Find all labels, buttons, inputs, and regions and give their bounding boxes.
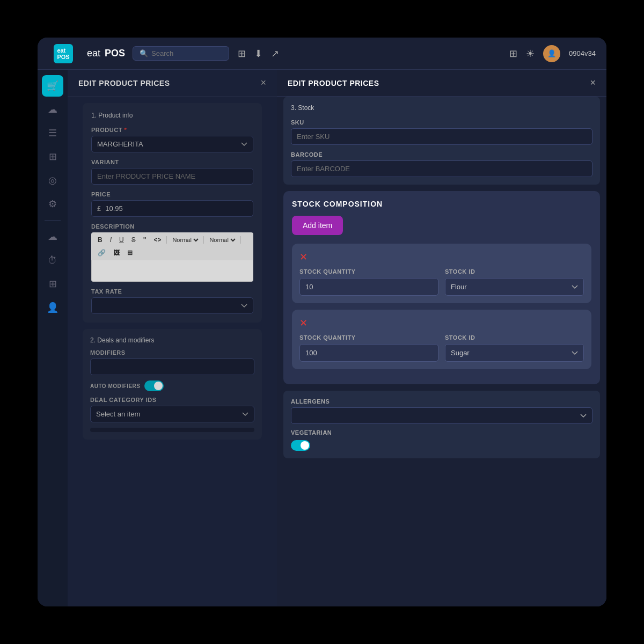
stock-fields-row-1: STOCK QUANTITY STOCK ID Flour Sugar Wate… (299, 268, 584, 296)
stock-id-label-1: STOCK ID (445, 268, 584, 275)
link-btn[interactable]: 🔗 (96, 248, 108, 258)
download-icon[interactable]: ⬇ (254, 48, 262, 60)
sidebar-item-clock[interactable]: ⏱ (42, 250, 63, 271)
user-id: 0904v34 (569, 49, 596, 57)
tax-rate-label: TAX RATE (91, 288, 253, 295)
stock-fields-row-2: STOCK QUANTITY STOCK ID Flour Sugar Wate… (299, 334, 584, 362)
sidebar-item-grid[interactable]: ⊞ (42, 146, 63, 167)
modal-header: EDIT PRODUCT PRICES × (68, 70, 277, 97)
variant-input[interactable] (91, 168, 253, 185)
bold-btn[interactable]: B (96, 235, 105, 245)
grid-icon[interactable]: ⊞ (509, 48, 517, 60)
description-label: DESCRIPTION (91, 223, 253, 230)
quote-btn[interactable]: " (141, 235, 149, 245)
sidebar-item-user[interactable]: 👤 (42, 297, 63, 318)
section1-title: 1. Product info (91, 112, 253, 119)
section-deals: 2. Deals and modifiers MODIFIERS AUTO MO… (83, 329, 262, 440)
tax-rate-select[interactable] (91, 297, 253, 314)
toolbar-sep2 (203, 236, 204, 244)
barcode-input[interactable] (291, 160, 592, 177)
search-bar[interactable]: 🔍 (133, 46, 229, 61)
table-icon[interactable]: ⊞ (238, 48, 246, 60)
header-right: ⊞ ☀ 👤 0904v34 (509, 45, 596, 62)
editor-body[interactable] (91, 260, 253, 282)
price-row: £ 10.95 (91, 200, 253, 217)
stock-composition-panel: STOCK COMPOSITION Add item ✕ STOCK QUANT… (283, 191, 600, 384)
search-input[interactable] (151, 49, 222, 57)
allergens-section: ALLERGENS VEGETARIAN (283, 391, 600, 458)
modal-title: EDIT PRODUCT PRICES (78, 79, 170, 87)
edit-modal: EDIT PRODUCT PRICES × 1. Product info PR… (68, 70, 606, 606)
table-btn[interactable]: ⊞ (125, 248, 135, 258)
stock-quantity-field-1: STOCK QUANTITY (299, 268, 438, 296)
toolbar-sep1 (166, 236, 167, 244)
barcode-label: BARCODE (291, 151, 592, 158)
vegetarian-label: VEGETARIAN (291, 429, 332, 436)
italic-btn[interactable]: I (108, 235, 114, 245)
stock-quantity-input-2[interactable] (299, 344, 438, 362)
right-modal-header: EDIT PRODUCT PRICES × (277, 70, 606, 97)
price-value: 10.95 (105, 204, 123, 213)
size-select[interactable]: Normal (207, 236, 237, 244)
theme-icon[interactable]: ☀ (526, 48, 535, 60)
stock-quantity-field-2: STOCK QUANTITY (299, 334, 438, 362)
sidebar-item-cloud[interactable]: ☁ (42, 99, 63, 120)
product-select[interactable]: MARGHERITA (91, 136, 253, 152)
section-product-info: 1. Product info PRODUCT * MARGHERITA VAR… (83, 103, 262, 323)
sku-input[interactable] (291, 128, 592, 145)
sidebar-item-grid2[interactable]: ⊞ (42, 273, 63, 295)
stock-id-select-1[interactable]: Flour Sugar Water Salt (445, 278, 584, 296)
editor-toolbar: B I U S " <> Normal Normal (91, 232, 253, 260)
section3-title: 3. Stock (291, 104, 592, 112)
main-layout: 🛒 ☁ ☰ ⊞ ◎ ⚙ ☁ ⏱ ⊞ 👤 Edit Price Add new p… (38, 70, 606, 606)
close-button[interactable]: × (260, 77, 266, 89)
sidebar-logo-badge: eatPOS (54, 44, 73, 63)
format-select[interactable]: Normal (170, 236, 200, 244)
content-area: Edit Price Add new price EDIT PRODUCT PR… (68, 70, 606, 606)
sidebar-divider (45, 220, 61, 221)
code-btn[interactable]: <> (151, 235, 163, 245)
stock-quantity-label-1: STOCK QUANTITY (299, 268, 438, 275)
sidebar-item-settings[interactable]: ⚙ (42, 193, 63, 215)
remove-item-1-button[interactable]: ✕ (299, 251, 308, 263)
auto-modifiers-toggle[interactable] (144, 380, 164, 391)
strike-btn[interactable]: S (129, 235, 138, 245)
sku-label: SKU (291, 119, 592, 126)
image-btn[interactable]: 🖼 (111, 248, 122, 258)
top-header: eatPOS eat POS 🔍 ⊞ ⬇ ↗ ⊞ ☀ 👤 0904v34 (38, 38, 606, 70)
auto-modifiers-label: AUTO MODIFIERS (90, 383, 140, 389)
right-modal-title: EDIT PRODUCT PRICES (288, 79, 379, 87)
add-item-button[interactable]: Add item (292, 216, 343, 235)
remove-item-2-button[interactable]: ✕ (299, 317, 308, 329)
header-logo: eat POS (87, 48, 125, 59)
sidebar-item-list[interactable]: ☰ (42, 122, 63, 144)
allergens-select[interactable] (291, 407, 592, 424)
right-close-button[interactable]: × (590, 77, 596, 89)
sidebar-item-cart[interactable]: 🛒 (42, 75, 63, 97)
header-icons: ⊞ ⬇ ↗ (238, 48, 279, 60)
section-stock: 3. Stock SKU BARCODE (283, 97, 600, 185)
stock-comp-title: STOCK COMPOSITION (292, 200, 591, 208)
sidebar-logo-area: eatPOS (48, 44, 78, 63)
modifiers-label: MODIFIERS (90, 349, 254, 356)
left-panel: EDIT PRODUCT PRICES × 1. Product info PR… (68, 70, 277, 606)
stock-quantity-label-2: STOCK QUANTITY (299, 334, 438, 341)
product-label: PRODUCT * (91, 127, 253, 133)
sidebar-item-cloud2[interactable]: ☁ (42, 226, 63, 247)
required-star: * (124, 127, 127, 133)
deal-category-select[interactable]: Select an item (90, 406, 254, 422)
export-icon[interactable]: ↗ (271, 48, 279, 60)
stock-quantity-input-1[interactable] (299, 278, 438, 296)
modifiers-input[interactable] (90, 358, 254, 375)
section2-title: 2. Deals and modifiers (90, 336, 254, 344)
underline-btn[interactable]: U (117, 235, 126, 245)
stock-id-select-2[interactable]: Flour Sugar Water Salt (445, 344, 584, 362)
stock-id-field-1: STOCK ID Flour Sugar Water Salt (445, 268, 584, 296)
sidebar: 🛒 ☁ ☰ ⊞ ◎ ⚙ ☁ ⏱ ⊞ 👤 (38, 70, 68, 606)
logo-suffix: POS (105, 48, 125, 59)
avatar: 👤 (543, 45, 560, 62)
search-icon: 🔍 (140, 49, 148, 57)
sidebar-item-circle[interactable]: ◎ (42, 170, 63, 191)
stock-item-2: ✕ STOCK QUANTITY STOCK ID Flour (292, 310, 591, 369)
vegetarian-toggle[interactable] (291, 440, 310, 451)
